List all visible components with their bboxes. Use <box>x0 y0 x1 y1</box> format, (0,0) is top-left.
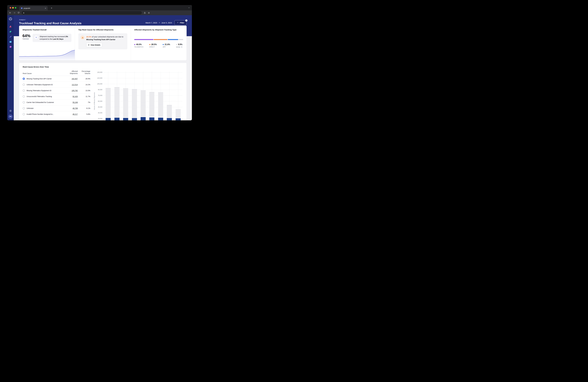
legend-item-app: 21.6% APP <box>163 43 170 48</box>
app-sidebar: PD <box>7 15 14 120</box>
bar-selected-root-cause-segment <box>132 118 137 120</box>
insight-bold-1: 2% <box>65 36 68 38</box>
y-axis-tick-label: 15,000 <box>95 118 102 119</box>
view-details-label: View Details <box>90 44 100 46</box>
pct-volume-value: 13.3% <box>78 90 90 92</box>
cube-logo-icon <box>9 17 12 21</box>
tab-title: project44 <box>24 7 44 9</box>
direct-pct: 28.5% <box>151 43 157 46</box>
stacked-bar[interactable] <box>105 88 111 120</box>
app-pct: 21.6% <box>165 43 170 46</box>
settings-button[interactable] <box>9 110 12 113</box>
header-percentage-volume: Percentage Volume <box>78 70 90 75</box>
root-cause-label: Unsuccessful Telematics Tracking <box>26 96 64 97</box>
y-axis-tick-label: 105,000 <box>95 83 102 85</box>
summary-cards: Shipments Tracked Overall 64% TRACKED <box>19 26 187 60</box>
y-axis-tick-label: 75,000 <box>95 95 102 96</box>
bar-selected-root-cause-segment <box>123 118 128 120</box>
root-cause-bar-chart: Volume of Affected Shipments 135,000120,… <box>93 70 183 120</box>
root-cause-alert: 20.5% of your untracked shipments are du… <box>78 33 127 49</box>
app-dot-icon <box>163 44 164 45</box>
date-range[interactable]: March 7, 2023 June 5, 2023 <box>146 22 172 24</box>
bar-selected-root-cause-segment <box>141 117 146 120</box>
maximize-window-button[interactable] <box>15 7 16 9</box>
shipments-tracked-title: Shipments Tracked Overall <box>22 29 71 31</box>
sidebar-nav-item-4[interactable] <box>9 40 12 43</box>
root-cause-label: Missing Telematics Equipment ID <box>26 90 64 92</box>
bar-selected-root-cause-segment <box>176 118 181 120</box>
y-axis-tick-label: 45,000 <box>95 106 102 108</box>
new-tab-button[interactable]: + <box>50 6 53 10</box>
filter-button-label: Filter <box>180 22 184 24</box>
reload-button[interactable] <box>17 11 20 15</box>
none-label: NONE <box>176 46 180 48</box>
project44-logo[interactable] <box>9 17 12 21</box>
table-header-row: Root Cause Affected Shipments Percentage… <box>23 70 90 76</box>
close-window-button[interactable] <box>10 7 11 9</box>
filter-button[interactable]: Filter 1 <box>174 20 187 25</box>
shipments-link[interactable]: 105,782 <box>72 90 78 92</box>
root-cause-radio[interactable] <box>23 113 25 115</box>
filter-count-badge: 1 <box>185 19 188 21</box>
root-cause-table: Root Cause Affected Shipments Percentage… <box>23 70 90 120</box>
info-icon[interactable] <box>181 46 183 48</box>
arrow-right-icon <box>158 22 160 23</box>
sidebar-nav-item-5[interactable] <box>9 45 12 48</box>
window-controls <box>10 7 16 9</box>
pie-chart-icon <box>9 46 12 48</box>
minimize-window-button[interactable] <box>12 7 14 9</box>
root-cause-radio[interactable] <box>23 101 25 103</box>
blocks-icon <box>9 25 12 28</box>
tab-close-icon[interactable]: ✕ <box>45 7 46 9</box>
sidebar-nav-item-2[interactable] <box>9 30 12 33</box>
stacked-bar[interactable] <box>167 105 172 120</box>
stacked-bar[interactable] <box>149 92 154 120</box>
back-button[interactable] <box>8 11 12 15</box>
insight-text-2: compared to the <box>40 38 53 40</box>
date-end: June 5, 2023 <box>162 22 172 24</box>
tracking-type-bar-segment <box>178 39 183 40</box>
address-bar[interactable] <box>21 11 142 15</box>
shipments-link[interactable]: 162,507 <box>72 78 78 80</box>
direct-dot-icon <box>149 44 150 45</box>
user-avatar[interactable]: PD <box>8 115 13 119</box>
root-cause-errors-title: Root Cause Errors Over Time <box>23 66 183 68</box>
gear-icon <box>9 110 12 112</box>
bar-selected-root-cause-segment <box>149 117 154 120</box>
root-cause-radio[interactable] <box>23 78 25 80</box>
share-button[interactable] <box>143 11 147 15</box>
stacked-bar[interactable] <box>141 90 146 120</box>
table-row: Unknown Telematics Equipment ID 112,514 … <box>23 82 90 88</box>
stacked-bar[interactable] <box>132 89 137 120</box>
tab-search-chevron-icon[interactable] <box>188 7 190 9</box>
view-details-button[interactable]: View Details <box>86 43 102 47</box>
forward-arrow-icon <box>13 12 16 14</box>
chart-plot-area <box>104 70 183 120</box>
sidebar-nav-item-3[interactable] <box>9 35 12 38</box>
stacked-bar[interactable] <box>158 92 163 120</box>
stacked-bar[interactable] <box>176 109 181 120</box>
shipments-link[interactable]: 46,217 <box>73 113 78 115</box>
sidebar-nav-item-1[interactable] <box>9 25 12 28</box>
bar-other-segment <box>176 109 181 118</box>
star-icon <box>148 12 150 14</box>
forward-button[interactable] <box>13 11 16 15</box>
shipments-link[interactable]: 92,420 <box>73 96 78 97</box>
shipments-link[interactable]: 112,514 <box>72 84 78 86</box>
root-cause-radio[interactable] <box>23 96 25 97</box>
reload-icon <box>18 12 20 14</box>
bookmark-star-button[interactable] <box>147 11 151 15</box>
root-cause-radio[interactable] <box>23 90 25 92</box>
stacked-bar[interactable] <box>123 88 128 120</box>
shipments-link[interactable]: 55,249 <box>73 101 78 103</box>
stacked-bar[interactable] <box>114 87 120 120</box>
root-cause-radio[interactable] <box>23 84 25 86</box>
shipments-tracked-card: Shipments Tracked Overall 64% TRACKED <box>19 26 75 60</box>
top-root-cause-title: Top Root Cause for Affected Shipments <box>78 29 127 31</box>
lightning-bolt-icon <box>88 44 89 46</box>
tracked-value-label: TRACKED <box>22 38 30 40</box>
browser-tab[interactable]: project44 ✕ <box>19 6 48 10</box>
shipments-link[interactable]: 48,708 <box>73 107 78 109</box>
root-cause-radio[interactable] <box>23 107 25 109</box>
tab-strip: project44 ✕ + <box>7 5 192 10</box>
